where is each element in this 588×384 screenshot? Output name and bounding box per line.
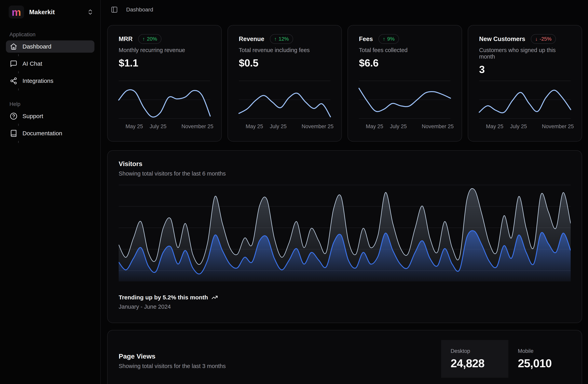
item-separator-dash [18,54,19,56]
axis-tick: July 25 [270,123,287,130]
visitors-title: Visitors [119,160,571,168]
badge-value: 12% [278,36,289,42]
share-icon [10,77,17,85]
trend-badge: ↓ -25% [531,34,556,44]
chevrons-up-down-icon [87,9,94,15]
metric-value: 25,010 [518,357,566,370]
axis-tick: July 25 [390,123,407,130]
axis-tick: November 25 [302,123,334,130]
stat-description: Monthly recurring revenue [119,47,210,53]
axis-tick: November 25 [542,123,574,130]
mobile-metric-button[interactable]: Mobile 25,010 [508,340,576,378]
trending-up-icon [211,294,218,301]
sidebar-item-label: Documentation [22,130,62,137]
stat-description: Total fees collected [359,47,451,53]
chat-icon [10,60,17,68]
stat-value: $6.6 [359,57,451,69]
axis-tick: July 25 [510,123,527,130]
axis-tick: May 25 [486,123,504,130]
axis-tick: May 25 [126,123,143,130]
arrow-up-icon: ↑ [274,36,277,42]
item-separator-dash [18,71,19,73]
stat-title: Fees [359,36,373,43]
sidebar-item-support[interactable]: Support [6,110,94,122]
sidebar-item-dashboard[interactable]: Dashboard [6,41,94,53]
sidebar: m Makerkit Application Dashboard AI Chat [0,0,101,384]
top-bar: Dashboard [107,0,582,19]
stat-value: 3 [479,64,571,75]
item-separator-dash [18,141,19,143]
breadcrumb: Dashboard [126,6,153,13]
axis-tick: May 25 [246,123,263,130]
sidebar-section-application: Application [9,32,94,38]
sidebar-item-label: Support [22,113,43,119]
stat-title: New Customers [479,36,525,43]
dashboard-page: m Makerkit Application Dashboard AI Chat [0,0,588,384]
badge-value: 9% [387,36,395,42]
visitors-subtitle: Showing total visitors for the last 6 mo… [119,170,571,177]
page-views-metrics: Desktop 24,828 Mobile 25,010 [441,330,582,384]
stats-grid: MRR ↑ 20% Monthly recurring revenue $1.1… [107,25,582,142]
badge-value: 20% [147,36,157,42]
axis-tick: May 25 [366,123,383,130]
trend-text: Trending up by 5.2% this month [119,294,208,301]
axis-tick: November 25 [181,123,213,130]
home-icon [10,43,17,50]
stat-title: Revenue [239,36,264,43]
sparkline-chart: May 25 July 25 November 25 [479,81,571,130]
visitors-card: Visitors Showing total visitors for the … [107,150,582,323]
item-separator-dash [18,88,19,90]
arrow-up-icon: ↑ [143,36,145,42]
arrow-down-icon: ↓ [535,36,538,42]
trend-date-range: January - June 2024 [119,304,571,310]
page-views-subtitle: Showing total visitors for the last 3 mo… [119,363,226,369]
trend-badge: ↑ 9% [378,34,399,44]
makerkit-logo: m [9,5,24,19]
stat-card-mrr: MRR ↑ 20% Monthly recurring revenue $1.1… [107,25,222,142]
stat-value: $1.1 [119,57,210,69]
makerkit-logo-letter: m [12,7,21,17]
sidebar-toggle-icon[interactable] [111,6,118,13]
axis-tick: July 25 [150,123,167,130]
stat-card-fees: Fees ↑ 9% Total fees collected $6.6 May … [348,25,462,142]
workspace-selector[interactable]: m Makerkit [6,5,94,19]
sidebar-section-help: Help [9,101,94,107]
axis-tick: November 25 [422,123,454,130]
desktop-metric-button[interactable]: Desktop 24,828 [441,340,508,378]
sparkline-chart: May 25 July 25 November 25 [239,81,331,130]
page-views-title: Page Views [119,352,226,360]
arrow-up-icon: ↑ [383,36,385,42]
trend-badge: ↑ 20% [138,34,162,44]
metric-value: 24,828 [451,357,499,370]
sparkline-chart: May 25 July 25 November 25 [359,81,451,130]
stat-card-revenue: Revenue ↑ 12% Total revenue including fe… [228,25,342,142]
sidebar-item-ai-chat[interactable]: AI Chat [6,58,94,70]
stat-description: Total revenue including fees [239,47,331,53]
stat-description: Customers who signed up this month [479,47,571,60]
metric-label: Mobile [518,348,566,354]
workspace-name: Makerkit [29,8,55,16]
sidebar-item-integrations[interactable]: Integrations [6,75,94,87]
trend-badge: ↑ 12% [270,34,293,44]
visitors-area-chart [119,185,571,281]
stat-title: MRR [119,36,133,43]
page-views-card: Page Views Showing total visitors for th… [107,330,582,384]
sidebar-item-label: Dashboard [22,43,51,50]
stat-card-new-customers: New Customers ↓ -25% Customers who signe… [468,25,582,142]
badge-value: -25% [540,36,551,42]
stat-value: $0.5 [239,57,331,69]
sidebar-item-documentation[interactable]: Documentation [6,127,94,139]
sparkline-chart: May 25 July 25 November 25 [119,81,210,130]
main-content: Dashboard MRR ↑ 20% Monthly recurring re… [101,0,588,384]
sidebar-item-label: Integrations [22,77,53,84]
metric-label: Desktop [451,348,499,354]
help-circle-icon [10,113,17,120]
sidebar-item-label: AI Chat [22,60,42,67]
item-separator-dash [18,124,19,126]
book-icon [10,130,17,137]
